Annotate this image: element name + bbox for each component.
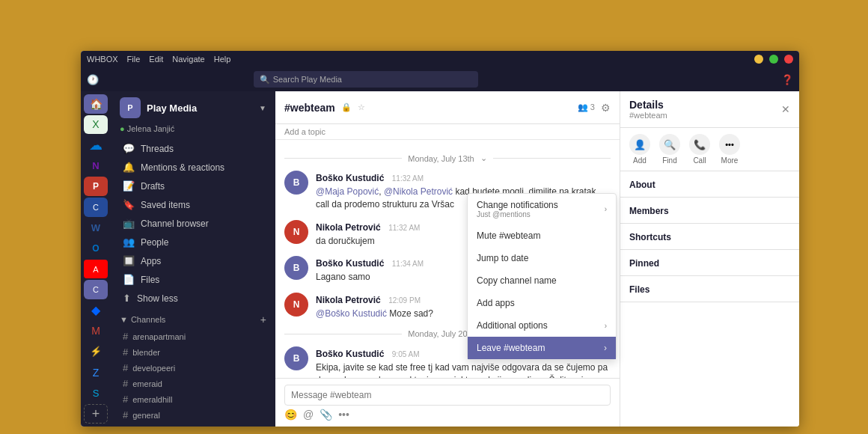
app-icon-skype[interactable]: S [84,383,108,403]
sidebar-item-mentions[interactable]: 🔔 Mentions & reactions [114,158,272,177]
message-time: 9:05 AM [392,350,420,358]
settings-icon[interactable]: ⚙ [601,102,611,114]
app-icon-zoom[interactable]: Z [84,363,108,382]
close-button[interactable] [784,55,793,64]
message-author: Boško Kustudić [316,258,384,269]
channels-collapse-icon: ▼ [120,315,128,324]
app-icon-outlook[interactable]: O [84,239,108,258]
right-panel: Details #webteam ✕ 👤 Add 🔍 Find 📞 Call [620,91,799,427]
panel-section-about[interactable]: About [620,171,799,198]
chat-subtitle[interactable]: Add a topic [275,124,620,140]
people-icon: 👥 [123,236,135,248]
drafts-icon: 📝 [123,180,135,192]
chat-input[interactable] [284,385,611,406]
app-icon-adobe[interactable]: A [84,260,108,279]
panel-section-shortcuts[interactable]: Shortcuts [620,224,799,250]
panel-action-add[interactable]: 👤 Add [629,134,650,165]
chat-header: #webteam 🔒 ☆ 👥 3 ⚙ [275,91,620,124]
channel-jelena[interactable]: #jelena [114,423,272,427]
message-author: Nikola Petrović [316,222,381,233]
message-time: 12:09 PM [388,296,421,305]
sidebar-item-threads[interactable]: 💬 Threads [114,139,272,158]
find-icon: 🔍 [659,134,680,155]
app-icon-word[interactable]: W [84,218,108,238]
more-icon[interactable]: ••• [338,409,349,421]
panel-action-call[interactable]: 📞 Call [689,134,710,165]
app-icon-add[interactable]: + [84,404,108,424]
panel-action-find[interactable]: 🔍 Find [659,134,680,165]
menu-navigate[interactable]: Navigate [172,55,204,64]
channel-emeraldhill[interactable]: #emeraldhill [114,391,272,407]
channel-emeraid[interactable]: #emeraid [114,376,272,391]
call-icon: 📞 [689,134,710,155]
team-header[interactable]: P Play Media ▼ [111,91,275,124]
search-bar[interactable]: 🔍 Search Play Media [254,71,478,88]
main-layout: 🏠 X ☁ N P C W O A C ◆ M ⚡ Z S + P Play M… [81,91,799,427]
sidebar-item-drafts[interactable]: 📝 Drafts [114,177,272,195]
avatar: B [284,256,308,280]
panel-action-more[interactable]: ••• More [719,134,740,165]
app-icon-excel[interactable]: X [84,115,108,135]
team-avatar: P [120,97,141,118]
add-channel-icon[interactable]: + [260,314,266,326]
sidebar-item-apps[interactable]: 🔲 Apps [114,251,272,270]
app-icon-app2[interactable]: C [84,198,108,217]
app-icon-powerpoint[interactable]: P [84,177,108,196]
channels-section-header[interactable]: ▼ Channels + [111,308,275,328]
sidebar-item-saved[interactable]: 🔖 Saved items [114,195,272,214]
panel-section-files[interactable]: Files [620,276,799,302]
search-placeholder: Search Play Media [273,75,342,84]
chevron-down-icon: ▼ [259,104,266,112]
attachment-icon[interactable]: 📎 [320,409,332,421]
mention-link[interactable]: @Boško Kustudić [316,308,387,319]
menu-help[interactable]: Help [214,55,231,64]
lock-icon: 🔒 [341,103,352,112]
right-panel-subtitle: #webteam [629,111,667,120]
clock-icon[interactable]: 🕐 [87,74,99,85]
help-icon[interactable]: ❓ [781,74,793,85]
mention-link[interactable]: @Maja Popović [316,186,379,197]
panel-section-members[interactable]: Members [620,198,799,224]
chat-channel-name: #webteam [284,102,335,114]
mention-link-2[interactable]: @Nikola Petrović [384,186,453,197]
star-icon[interactable]: ☆ [358,103,365,112]
sidebar-item-channel-browser[interactable]: 📺 Channel browser [114,214,272,233]
right-panel-header: Details #webteam ✕ [620,91,799,128]
channel-arenapartmani[interactable]: #arenapartmani [114,328,272,344]
sidebar-item-people[interactable]: 👥 People [114,233,272,251]
menu-edit[interactable]: Edit [149,55,163,64]
threads-icon: 💬 [123,143,135,154]
chevron-down-icon: ⌄ [480,153,487,163]
mention-icon[interactable]: @ [303,409,314,421]
app-icon-c[interactable]: C [84,280,108,299]
chat-input-icons: 😊 @ 📎 ••• [284,406,611,421]
window-title: WHBOX [87,55,118,64]
app-icons-sidebar: 🏠 X ☁ N P C W O A C ◆ M ⚡ Z S + [81,91,111,427]
maximize-button[interactable] [769,55,778,64]
menu-file[interactable]: File [127,55,141,64]
message-time: 11:32 AM [388,224,420,232]
avatar: B [284,171,308,195]
app-icon-dropbox[interactable]: ◆ [84,301,108,320]
left-sidebar: P Play Media ▼ ● Jelena Janjić 💬 Threads… [111,91,275,427]
close-panel-button[interactable]: ✕ [781,103,790,115]
channel-blender[interactable]: #blender [114,344,272,360]
sidebar-item-show-less[interactable]: ⬆ Show less [114,289,272,308]
chat-input-area: 😊 @ 📎 ••• [275,378,620,427]
app-icon-onedrive[interactable]: ☁ [84,135,108,155]
search-icon: 🔍 [260,75,270,85]
browser-icon: 📺 [123,218,135,229]
app-icon-zapier[interactable]: ⚡ [84,342,108,361]
app-icon-gmail[interactable]: M [84,322,108,341]
date-separator-1: Monday, July 13th ⌄ [284,153,611,163]
show-less-icon: ⬆ [123,293,131,304]
emoji-icon[interactable]: 😊 [284,409,297,421]
channel-general[interactable]: #general [114,407,272,423]
channel-developeeri[interactable]: #developeeri [114,360,272,376]
sidebar-item-files[interactable]: 📄 Files [114,270,272,289]
minimize-button[interactable] [754,55,763,64]
add-icon: 👤 [629,134,650,155]
panel-section-pinned[interactable]: Pinned [620,250,799,276]
app-icon-onenote[interactable]: N [84,156,108,176]
app-icon-home[interactable]: 🏠 [84,94,108,114]
